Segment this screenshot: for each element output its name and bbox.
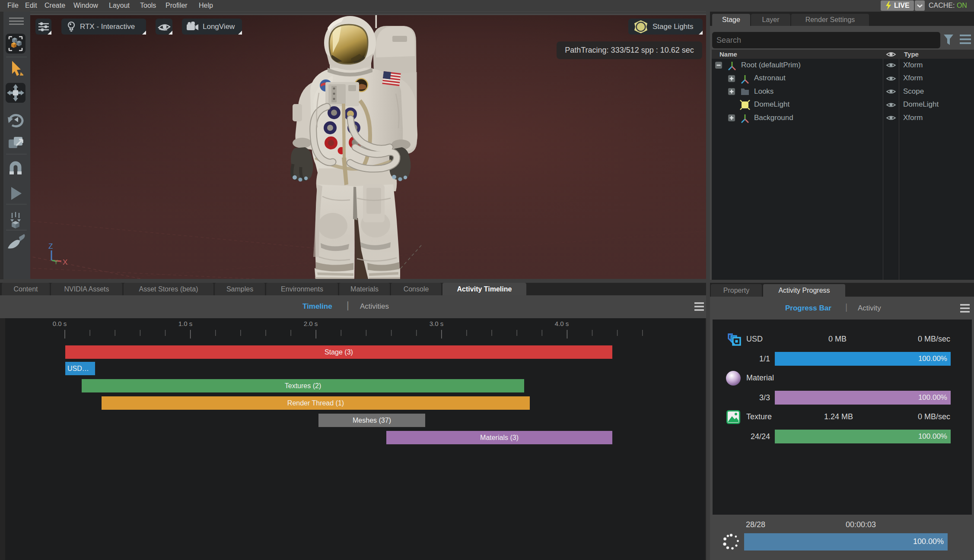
svg-text:1.0 s: 1.0 s xyxy=(178,320,193,327)
svg-text:X: X xyxy=(63,258,67,266)
svg-text:2.0 s: 2.0 s xyxy=(304,320,318,327)
svg-text:Z: Z xyxy=(48,242,53,250)
svg-text:3.0 s: 3.0 s xyxy=(430,320,444,327)
svg-text:Y: Y xyxy=(54,259,58,266)
svg-text:0.0 s: 0.0 s xyxy=(53,320,67,327)
svg-text:4.0 s: 4.0 s xyxy=(555,320,569,327)
